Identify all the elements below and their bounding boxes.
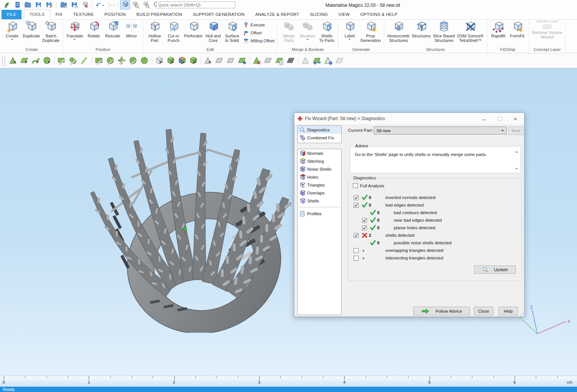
duplicate-button[interactable]: Duplicate	[22, 20, 41, 39]
circle-triangles-icon[interactable]	[105, 56, 116, 66]
offset-button[interactable]: Offset	[243, 30, 274, 36]
surface-to-solid-button[interactable]: Surface to Solid	[223, 20, 241, 43]
diagnostic-checkbox[interactable]	[354, 248, 359, 253]
slice-based-structures-button[interactable]: Slice Based Structures	[432, 20, 456, 43]
zoom-selection-icon[interactable]	[120, 0, 130, 9]
diagnostic-checkbox[interactable]	[354, 195, 359, 200]
pie-triangles-icon[interactable]	[128, 56, 139, 66]
translate-button[interactable]: Translate	[65, 20, 84, 42]
rectangle-selection-icon[interactable]	[57, 56, 67, 66]
tab-view[interactable]: VIEW	[333, 10, 355, 19]
tab-fix[interactable]: FIX	[50, 10, 68, 19]
marked-drops-icon[interactable]	[312, 56, 322, 66]
diagnostic-checkbox[interactable]	[362, 225, 367, 230]
structures-button[interactable]: Structures	[411, 20, 432, 39]
save-as-icon[interactable]	[44, 0, 54, 9]
boolean-button[interactable]: Boolean	[298, 20, 317, 42]
hull-and-core-button[interactable]: Hull and Core	[204, 20, 223, 43]
resize-grip[interactable]	[519, 311, 523, 316]
view-marked-icon[interactable]	[300, 56, 311, 66]
sector-triangles-icon[interactable]	[139, 56, 150, 66]
undo-icon[interactable]	[95, 0, 105, 9]
mark-plane-icon[interactable]	[19, 56, 30, 66]
nav-item-profiles[interactable]: Profiles	[298, 210, 341, 218]
diagnostic-checkbox[interactable]	[362, 218, 367, 223]
tab-file[interactable]: FILE	[2, 10, 22, 19]
honeycomb-structures-button[interactable]: Honeycomb Structures	[386, 20, 411, 43]
marked-ball-icon[interactable]	[323, 56, 334, 66]
rotate-button[interactable]: Rotate	[84, 20, 103, 39]
help-button[interactable]: Help	[498, 307, 518, 315]
marked-triangle-gray-icon[interactable]	[203, 56, 213, 66]
merge-parts-button[interactable]: Merge Parts	[279, 20, 298, 43]
toolbar-drag-handle[interactable]	[2, 56, 5, 66]
marked-lock-icon[interactable]	[334, 56, 345, 66]
diagnostic-checkbox[interactable]	[354, 203, 359, 208]
nav-item-overlaps[interactable]: Overlaps	[298, 189, 341, 197]
unzoom-icon[interactable]	[141, 0, 151, 9]
tab-analyze-report[interactable]: ANALYZE & REPORT	[250, 10, 305, 19]
next-button[interactable]: Next	[509, 127, 523, 135]
new-file-icon[interactable]	[12, 0, 22, 9]
tab-slicing[interactable]: SLICING	[305, 10, 333, 19]
zoom-part-icon[interactable]	[131, 0, 141, 9]
save-icon[interactable]	[34, 0, 43, 9]
tab-position[interactable]: POSITION	[99, 10, 131, 19]
dialog-titlebar[interactable]: Fix Wizard (Part: Stl new) > Diagnostics	[294, 113, 524, 124]
extrude-button[interactable]: Extrude	[243, 22, 274, 28]
hollow-part-button[interactable]: Hollow Part	[145, 20, 164, 43]
nav-item-diagnostics[interactable]: Diagnostics	[298, 126, 341, 134]
select-marked-part-icon[interactable]	[177, 56, 187, 66]
nav-item-shells[interactable]: Shells	[298, 197, 341, 205]
nav-item-normals[interactable]: Normals	[298, 149, 341, 157]
nav-item-triangles[interactable]: Triangles	[298, 181, 341, 189]
close-button[interactable]: Close	[474, 307, 493, 315]
marked-to-part-icon[interactable]	[274, 56, 285, 66]
mark-shell-icon[interactable]	[42, 56, 53, 66]
rapidfit-button[interactable]: Rapidfit	[489, 20, 508, 39]
tab-support-generation[interactable]: SUPPORT GENERATION	[187, 10, 250, 19]
tab-tools[interactable]: TOOLS	[24, 9, 50, 20]
shells-to-parts-button[interactable]: Shells To Parts	[317, 20, 336, 43]
window-triangles-icon[interactable]	[94, 56, 105, 66]
nav-item-stitching[interactable]: Stitching	[298, 157, 341, 165]
update-button[interactable]: Update	[474, 265, 516, 274]
label-button[interactable]: ALabel	[340, 20, 359, 42]
select-shell-icon[interactable]	[188, 56, 199, 66]
marked-plane-gray-icon[interactable]	[214, 56, 225, 66]
brush-selection-icon[interactable]	[68, 56, 79, 66]
batch-duplicate-button[interactable]: Batch Duplicate	[41, 20, 61, 43]
marked-plane-gray2-icon[interactable]	[226, 56, 236, 66]
milling-offset-button[interactable]: Milling Offset	[243, 38, 274, 44]
viewport-3d[interactable]: Z X Y Fix Wizard (Part: Stl new) > Diagn…	[0, 68, 577, 376]
remove-volume-wizard-button[interactable]: CONCEPT LASERRemove Volume Wizard	[531, 20, 564, 40]
mirror-button[interactable]: Mirror	[122, 20, 141, 39]
save-project-icon[interactable]	[70, 0, 79, 9]
mark-surface-icon[interactable]	[31, 56, 41, 66]
formfit-button[interactable]: FormFit	[508, 20, 527, 39]
search-input[interactable]	[156, 2, 235, 8]
select-part-green-icon[interactable]	[166, 56, 176, 66]
minimize-button[interactable]	[480, 115, 489, 122]
prop-generation-button[interactable]: Prop Generation	[359, 20, 382, 43]
follow-advice-button[interactable]: Follow Advice	[413, 307, 470, 315]
load-project-icon[interactable]	[59, 0, 69, 9]
nav-item-combined-fix[interactable]: Combined Fix	[298, 134, 341, 142]
close-icon[interactable]: ×	[510, 115, 520, 122]
remove-part-icon[interactable]	[80, 0, 90, 9]
marked-plane-fix-icon[interactable]	[237, 56, 248, 66]
invert-marked-icon[interactable]	[263, 56, 274, 66]
full-analysis-checkbox[interactable]	[353, 183, 358, 188]
redo-icon[interactable]	[105, 0, 115, 9]
tab-options-help[interactable]: OPTIONS & HELP	[355, 10, 403, 19]
nav-item-noise-shells[interactable]: Noise Shells	[298, 165, 341, 173]
cut-or-punch-button[interactable]: Cut or Punch	[164, 20, 183, 43]
tab-texture[interactable]: TEXTURE	[68, 10, 99, 19]
diagnostic-checkbox[interactable]	[354, 256, 359, 261]
delete-marked-icon[interactable]	[252, 56, 262, 66]
open-file-icon[interactable]	[23, 0, 33, 9]
diagnostic-checkbox[interactable]	[354, 233, 359, 238]
current-part-select[interactable]: Stl new	[374, 127, 507, 134]
scroll-up-icon[interactable]	[515, 150, 518, 153]
magics-logo-icon[interactable]	[2, 0, 12, 9]
